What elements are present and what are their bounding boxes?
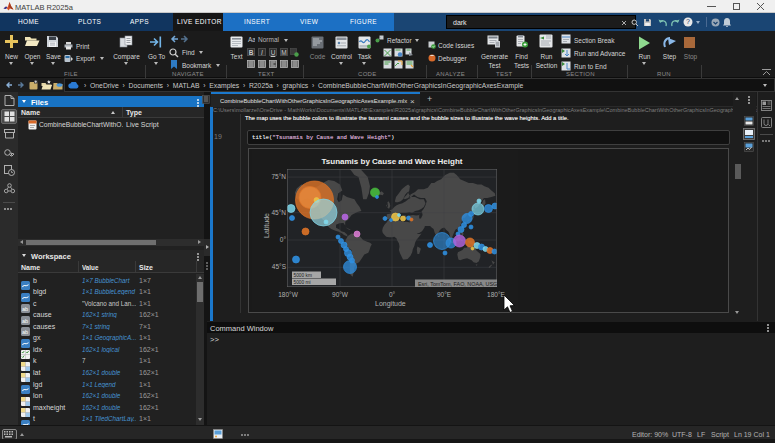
svg-text:Aa: Aa bbox=[248, 36, 255, 43]
svg-text:5000 mi: 5000 mi bbox=[294, 280, 311, 285]
svg-text:Esri, TomTom, FAO, NOAA, USGS: Esri, TomTom, FAO, NOAA, USGS bbox=[418, 281, 497, 287]
svg-text:5000 km: 5000 km bbox=[294, 273, 312, 278]
svg-text:?: ? bbox=[686, 18, 690, 25]
